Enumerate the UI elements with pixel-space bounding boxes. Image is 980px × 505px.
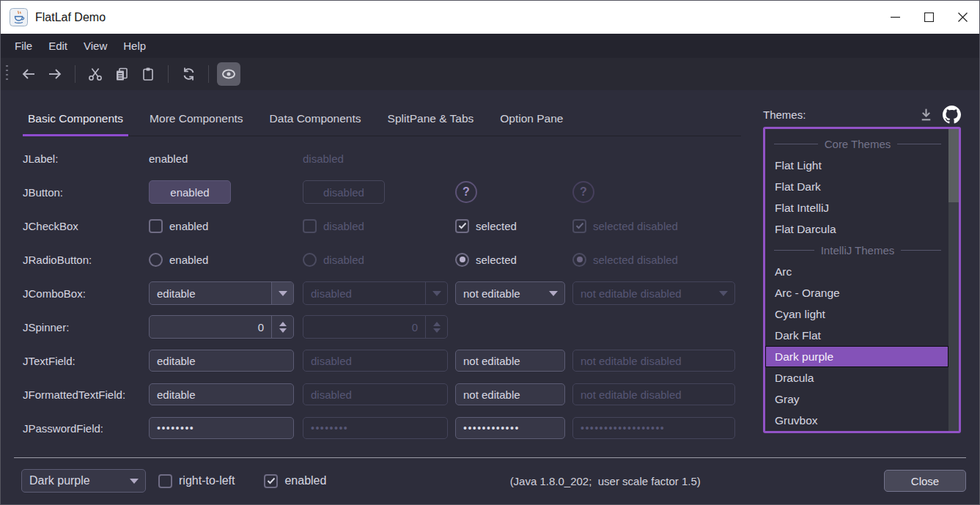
radio-selected[interactable]: selected (455, 253, 572, 267)
radio-selected-icon[interactable] (455, 253, 469, 267)
paste-button[interactable] (136, 62, 160, 86)
github-link-button[interactable] (943, 106, 961, 124)
password-field-disabled: •••••••• (303, 417, 448, 439)
download-icon (918, 107, 934, 122)
theme-item-flat-light[interactable]: Flat Light (765, 155, 948, 176)
toolbar (1, 58, 979, 90)
combobox-editable[interactable]: editable (149, 281, 294, 305)
spinner-down-icon (433, 328, 441, 333)
theme-item-arc[interactable]: Arc (765, 261, 948, 282)
jlabel-row-label: JLabel: (23, 152, 149, 165)
close-icon (958, 12, 968, 22)
themes-scrollbar[interactable] (948, 129, 959, 431)
menu-view[interactable]: View (75, 34, 115, 58)
checkbox-checked-icon[interactable] (264, 474, 278, 488)
theme-item-flat-dark[interactable]: Flat Dark (765, 176, 948, 197)
radio-icon[interactable] (149, 253, 163, 267)
copy-icon (114, 67, 129, 81)
copy-button[interactable] (110, 62, 133, 86)
theme-item-dark-purple[interactable]: Dark purple (765, 346, 948, 367)
chevron-down-icon (279, 291, 287, 296)
theme-item-cyan-light[interactable]: Cyan light (765, 303, 948, 325)
textfield-editable[interactable]: editable (149, 350, 294, 372)
download-themes-button[interactable] (918, 107, 934, 122)
theme-group-separator: Core Themes (765, 133, 948, 155)
password-field-editable[interactable]: •••••••• (149, 417, 294, 439)
content-area: Basic Components More Components Data Co… (1, 90, 979, 457)
radio-selected-disabled: selected disabled (572, 253, 741, 267)
close-window-button[interactable] (946, 1, 979, 34)
spinner-disabled: 0 (303, 315, 448, 339)
theme-item-flat-intellij[interactable]: Flat IntelliJ (765, 197, 948, 218)
menu-file[interactable]: File (7, 34, 40, 58)
spinner-up-icon[interactable] (279, 322, 287, 326)
theme-item-gray[interactable]: Gray (765, 388, 948, 410)
jradiobutton-row-label: JRadioButton: (23, 254, 149, 266)
formatted-textfield-editable[interactable]: editable (149, 383, 294, 405)
checkbox-selected[interactable]: selected (455, 219, 572, 233)
github-icon (943, 106, 961, 124)
toolbar-grip[interactable] (6, 65, 8, 83)
minimize-button[interactable] (878, 1, 912, 34)
tabbed-pane: Basic Components More Components Data Co… (23, 90, 741, 457)
titlebar: FlatLaf Demo (1, 1, 979, 34)
spinner-down-icon[interactable] (279, 328, 287, 333)
right-to-left-checkbox[interactable]: right-to-left (158, 474, 235, 488)
checkbox-icon[interactable] (149, 219, 163, 233)
cut-icon (88, 67, 103, 81)
theme-item-dark-flat[interactable]: Dark Flat (765, 325, 948, 346)
back-button[interactable] (17, 62, 40, 86)
tab-more-components[interactable]: More Components (144, 106, 248, 136)
theme-selector-combobox[interactable]: Dark purple (21, 469, 146, 493)
tab-basic-components[interactable]: Basic Components (23, 106, 128, 136)
enabled-checkbox[interactable]: enabled (264, 474, 326, 488)
close-button[interactable]: Close (884, 470, 966, 492)
checkbox-selected-disabled: selected disabled (572, 219, 741, 233)
tab-option-pane[interactable]: Option Pane (495, 106, 568, 136)
jlabel-disabled: disabled (303, 152, 455, 165)
theme-item-arc-orange[interactable]: Arc - Orange (765, 282, 948, 303)
toolbar-separator (208, 65, 209, 83)
spinner-enabled[interactable]: 0 (149, 315, 294, 339)
combobox-arrow-button[interactable] (123, 470, 145, 492)
textfield-not-editable[interactable]: not editable (455, 350, 565, 372)
scrollbar-thumb[interactable] (948, 129, 959, 202)
menu-help[interactable]: Help (115, 34, 154, 58)
show-hidden-toggle-button[interactable] (217, 62, 240, 86)
theme-item-flat-darcula[interactable]: Flat Darcula (765, 218, 948, 240)
refresh-button[interactable] (177, 62, 200, 86)
theme-item-dracula[interactable]: Dracula (765, 367, 948, 388)
menubar: File Edit View Help (1, 34, 979, 58)
password-field-not-editable[interactable]: •••••••••••• (455, 417, 565, 439)
menu-edit[interactable]: Edit (40, 34, 75, 58)
themes-list: Core Themes Flat Light Flat Dark Flat In… (763, 127, 961, 433)
combobox-arrow-button[interactable] (271, 282, 293, 304)
chevron-down-icon (549, 291, 558, 296)
paste-icon (141, 67, 155, 81)
chevron-down-icon (432, 291, 441, 296)
theme-item-gruvbox[interactable]: Gruvbox (765, 410, 948, 431)
radio-selected-icon (572, 253, 586, 267)
formatted-textfield-not-editable[interactable]: not editable (455, 383, 565, 405)
chevron-down-icon (130, 479, 139, 484)
jspinner-row-label: JSpinner: (23, 321, 149, 333)
tab-splitpane-tabs[interactable]: SplitPane & Tabs (383, 106, 479, 136)
spinner-buttons[interactable] (271, 316, 293, 338)
checkbox-enabled[interactable]: enabled (149, 219, 303, 233)
cut-button[interactable] (84, 62, 107, 86)
components-grid: JLabel: enabled disabled JButton: enable… (23, 141, 741, 445)
enabled-button[interactable]: enabled (149, 180, 231, 204)
help-button[interactable]: ? (455, 181, 477, 203)
forward-button[interactable] (43, 62, 67, 86)
tab-data-components[interactable]: Data Components (265, 106, 366, 136)
checkbox-checked-icon[interactable] (455, 219, 469, 233)
back-icon (21, 67, 37, 81)
jtextfield-row-label: JTextField: (23, 355, 149, 367)
combobox-arrow-button[interactable] (542, 282, 564, 304)
radio-enabled[interactable]: enabled (149, 253, 303, 267)
checkbox-icon[interactable] (158, 474, 172, 488)
combobox-not-editable[interactable]: not editable (455, 281, 565, 305)
app-window: FlatLaf Demo File Edit View Help (0, 0, 980, 505)
maximize-button[interactable] (912, 1, 946, 34)
bottom-bar: Dark purple right-to-left enabled (Java … (1, 457, 979, 504)
